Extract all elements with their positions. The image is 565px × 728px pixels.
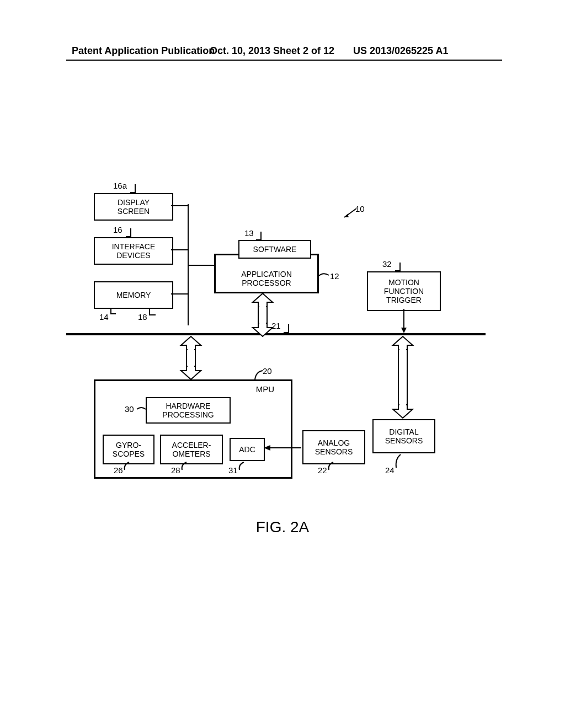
lead-30: [137, 407, 146, 413]
lead-31: [238, 462, 245, 470]
ref-26: 26: [114, 465, 123, 475]
lead-28: [181, 462, 188, 470]
memory-block: MEMORY: [94, 281, 173, 309]
ref-12: 12: [330, 271, 339, 281]
ref-31: 31: [228, 465, 238, 475]
conn-memory-bus: [171, 293, 188, 295]
analog-sensors-block: ANALOGSENSORS: [302, 430, 365, 464]
ref-14: 14: [99, 312, 109, 322]
tick-32: [395, 263, 401, 271]
lead-22: [328, 462, 334, 470]
gyroscopes-label: GYRO-SCOPES: [113, 441, 145, 458]
motion-function-trigger-label: MOTIONFUNCTIONTRIGGER: [384, 278, 424, 304]
lead-10: [341, 208, 358, 220]
interface-devices-block: INTERFACEDEVICES: [94, 237, 173, 265]
mpu-label: MPU: [256, 384, 274, 394]
block-diagram: DISPLAYSCREEN 16a INTERFACEDEVICES 16 ME…: [72, 176, 502, 529]
tick-13: [256, 232, 262, 240]
digital-sensors-label: DIGITALSENSORS: [385, 427, 423, 445]
svg-rect-2: [259, 306, 266, 324]
header-center: Oct. 10, 2013 Sheet 2 of 12: [210, 45, 334, 57]
arrow-trigger-down: [399, 309, 408, 334]
ref-24: 24: [385, 465, 395, 475]
digital-sensors-block: DIGITALSENSORS: [372, 419, 435, 453]
header-rule: [66, 60, 502, 61]
accelerometers-block: ACCELER-OMETERS: [160, 435, 223, 464]
adc-block: ADC: [230, 438, 265, 461]
ref-21: 21: [271, 321, 281, 330]
ref-32: 32: [382, 259, 392, 269]
accelerometers-label: ACCELER-OMETERS: [172, 441, 211, 458]
hw-sw-divider: [66, 333, 486, 335]
application-processor-block: APPLICATIONPROCESSOR: [214, 254, 319, 293]
adc-label: ADC: [239, 445, 255, 454]
display-screen-block: DISPLAYSCREEN: [94, 193, 173, 221]
ref-20: 20: [263, 366, 272, 376]
gyroscopes-block: GYRO-SCOPES: [103, 435, 154, 464]
tick-16: [126, 228, 131, 237]
ref-16a: 16a: [113, 181, 127, 190]
tick-14: [110, 308, 116, 314]
tick-16a: [130, 184, 136, 193]
conn-display-bus: [171, 205, 188, 206]
svg-rect-6: [399, 349, 406, 406]
display-screen-label: DISPLAYSCREEN: [118, 198, 150, 216]
lead-12: [319, 273, 330, 281]
lead-26: [124, 462, 130, 470]
tick-21: [284, 324, 289, 333]
interface-devices-label: INTERFACEDEVICES: [112, 242, 156, 260]
ref-28: 28: [171, 465, 180, 475]
double-arrow-proc-divider: [253, 293, 273, 338]
header-left: Patent Application Publication: [72, 45, 215, 57]
lead-20: [254, 370, 264, 381]
ref-13: 13: [244, 228, 254, 238]
conn-bus-proc: [188, 265, 215, 266]
analog-sensors-label: ANALOGSENSORS: [315, 438, 353, 456]
ref-30: 30: [125, 404, 134, 414]
hardware-processing-label: HARDWAREPROCESSING: [162, 402, 214, 419]
tick-18: [149, 308, 156, 315]
double-arrow-divider-digital: [393, 336, 413, 419]
hardware-processing-block: HARDWAREPROCESSING: [146, 397, 231, 424]
svg-rect-4: [188, 349, 194, 367]
figure-caption: FIG. 2A: [0, 518, 565, 536]
ref-16: 16: [113, 225, 122, 234]
software-block: SOFTWARE: [238, 240, 311, 259]
ref-22: 22: [318, 465, 327, 475]
double-arrow-divider-mpu: [181, 336, 201, 381]
application-processor-label: APPLICATIONPROCESSOR: [241, 270, 292, 287]
memory-label: MEMORY: [116, 291, 151, 299]
ref-18: 18: [138, 312, 147, 322]
conn-interface-bus: [171, 249, 188, 250]
motion-function-trigger-block: MOTIONFUNCTIONTRIGGER: [367, 271, 441, 311]
lead-24: [395, 454, 402, 468]
page: Patent Application Publication Oct. 10, …: [0, 0, 565, 728]
arrow-analog-adc: [263, 443, 302, 452]
header-right: US 2013/0265225 A1: [353, 45, 448, 57]
software-label: SOFTWARE: [253, 245, 297, 254]
